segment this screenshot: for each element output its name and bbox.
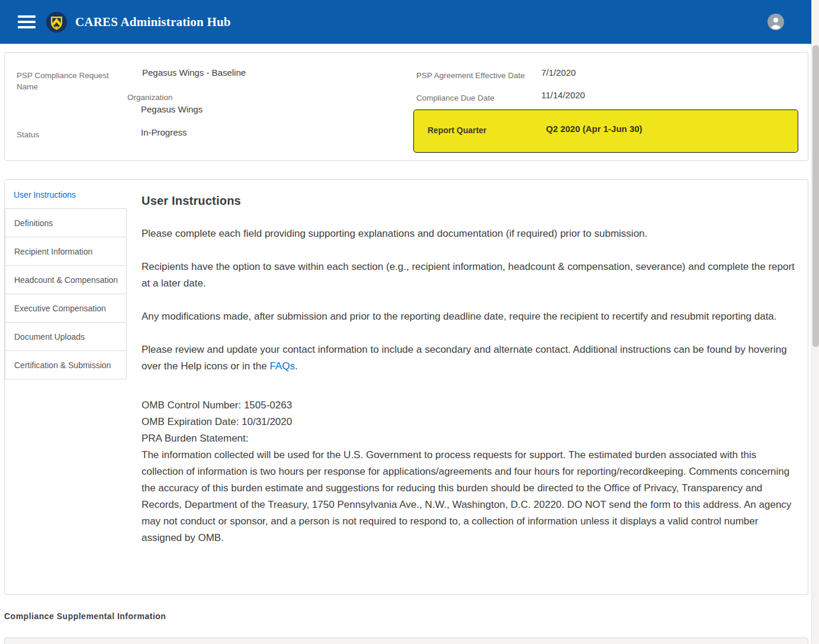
status-value: In-Progress [141, 127, 187, 139]
sidebar-item-user-instructions[interactable]: User Instructions [5, 180, 127, 209]
section-tab-list: User Instructions Definitions Recipient … [5, 180, 127, 379]
sidebar-item-document-uploads[interactable]: Document Uploads [5, 322, 127, 351]
status-label: Status [17, 129, 39, 140]
instructions-paragraph-1: Please complete each field providing sup… [142, 226, 799, 242]
sidebar-item-certification-submission[interactable]: Certification & Submission [5, 350, 127, 379]
hamburger-menu-icon[interactable] [18, 15, 36, 28]
app-logo-shield-chevron-icon [46, 11, 68, 33]
page-title: User Instructions [142, 194, 799, 208]
app-header: CARES Administration Hub [0, 0, 811, 44]
pra-burden-label: PRA Burden Statement: [142, 430, 799, 447]
sidebar-item-definitions[interactable]: Definitions [5, 208, 127, 237]
instructions-paragraph-2: Recipients have the option to save withi… [142, 259, 799, 292]
pra-burden-text: The information collected will be used f… [142, 447, 799, 546]
organization-label: Organization [127, 92, 173, 103]
due-date-label: Compliance Due Date [416, 92, 494, 104]
sidebar-item-headcount-compensation[interactable]: Headcount & Compensation [5, 265, 127, 294]
page-scrollbar-thumb[interactable] [812, 45, 819, 347]
report-sections-panel: User Instructions Definitions Recipient … [4, 179, 808, 595]
faqs-link[interactable]: FAQs [269, 360, 295, 372]
user-avatar-button[interactable] [767, 14, 784, 30]
omb-control-number: OMB Control Number: 1505-0263 [142, 397, 799, 414]
omb-expiration-date: OMB Expiration Date: 10/31/2020 [142, 414, 799, 430]
instructions-paragraph-4: Please review and update your contact in… [142, 342, 799, 375]
page-scrollbar-track[interactable] [811, 0, 819, 644]
report-quarter-label: Report Quarter [428, 125, 487, 135]
compliance-summary-panel: PSP Compliance Request Name Pegasus Wing… [4, 52, 808, 161]
user-avatar-icon [767, 14, 784, 30]
request-name-value: Pegasus Wings - Baseline [142, 67, 246, 79]
paragraph-4-period: . [295, 360, 298, 372]
due-date-value: 11/14/2020 [541, 89, 585, 101]
user-instructions-content: User Instructions Please complete each f… [127, 180, 808, 546]
instructions-paragraph-3: Any modifications made, after submission… [142, 308, 799, 325]
sidebar-item-executive-compensation[interactable]: Executive Compensation [5, 294, 127, 323]
effective-date-value: 7/1/2020 [541, 67, 576, 79]
paragraph-4-text: Please review and update your contact in… [142, 344, 787, 372]
compliance-supplemental-title: Compliance Supplemental Information [4, 611, 166, 621]
supplemental-panel-header [4, 637, 808, 644]
organization-value: Pegasus Wings [141, 104, 203, 115]
app-title: CARES Administration Hub [75, 15, 231, 30]
report-quarter-value: Q2 2020 (Apr 1-Jun 30) [546, 124, 643, 134]
request-name-label: PSP Compliance Request Name [17, 70, 120, 92]
effective-date-label: PSP Agreement Effective Date [416, 70, 525, 81]
omb-pra-block: OMB Control Number: 1505-0263 OMB Expira… [142, 397, 799, 546]
sidebar-item-recipient-information[interactable]: Recipient Information [5, 237, 127, 266]
report-quarter-highlight: Report Quarter Q2 2020 (Apr 1-Jun 30) [413, 110, 798, 153]
